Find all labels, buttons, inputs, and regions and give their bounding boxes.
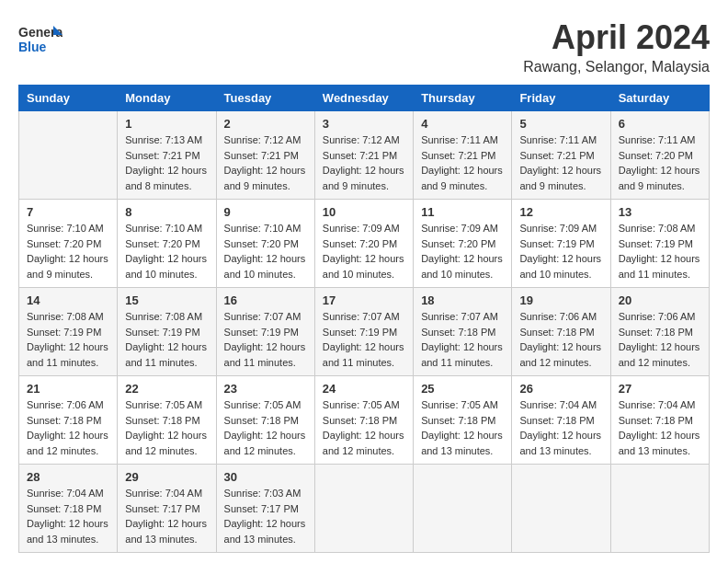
day-number: 10 [323,205,405,219]
location: Rawang, Selangor, Malaysia [523,59,710,75]
day-info: Sunrise: 7:11 AM Sunset: 7:21 PM Dayligh… [519,132,602,193]
calendar-cell [19,111,118,200]
calendar-week-row: 21Sunrise: 7:06 AM Sunset: 7:18 PM Dayli… [19,376,710,465]
day-info: Sunrise: 7:08 AM Sunset: 7:19 PM Dayligh… [619,221,701,282]
calendar-cell: 2Sunrise: 7:12 AM Sunset: 7:21 PM Daylig… [216,111,314,200]
day-number: 7 [27,205,109,219]
day-info: Sunrise: 7:04 AM Sunset: 7:18 PM Dayligh… [27,486,109,546]
day-info: Sunrise: 7:12 AM Sunset: 7:21 PM Dayligh… [323,132,405,193]
day-number: 19 [519,293,602,307]
calendar-cell: 8Sunrise: 7:10 AM Sunset: 7:20 PM Daylig… [118,200,216,288]
calendar-cell: 11Sunrise: 7:09 AM Sunset: 7:20 PM Dayli… [414,200,512,288]
calendar-cell: 16Sunrise: 7:07 AM Sunset: 7:19 PM Dayli… [216,288,314,376]
day-info: Sunrise: 7:10 AM Sunset: 7:20 PM Dayligh… [27,221,109,282]
day-number: 13 [619,205,701,219]
calendar-cell [414,465,512,553]
day-info: Sunrise: 7:05 AM Sunset: 7:18 PM Dayligh… [224,397,307,458]
day-info: Sunrise: 7:06 AM Sunset: 7:18 PM Dayligh… [27,397,109,458]
calendar-cell: 26Sunrise: 7:04 AM Sunset: 7:18 PM Dayli… [512,376,610,465]
calendar-week-row: 7Sunrise: 7:10 AM Sunset: 7:20 PM Daylig… [19,200,710,288]
day-info: Sunrise: 7:04 AM Sunset: 7:18 PM Dayligh… [519,397,602,458]
calendar-cell: 29Sunrise: 7:04 AM Sunset: 7:17 PM Dayli… [118,465,216,553]
calendar-cell: 24Sunrise: 7:05 AM Sunset: 7:18 PM Dayli… [314,376,413,465]
calendar-cell: 19Sunrise: 7:06 AM Sunset: 7:18 PM Dayli… [512,288,610,376]
day-info: Sunrise: 7:13 AM Sunset: 7:21 PM Dayligh… [125,132,208,193]
day-info: Sunrise: 7:07 AM Sunset: 7:18 PM Dayligh… [421,309,504,370]
calendar-cell: 10Sunrise: 7:09 AM Sunset: 7:20 PM Dayli… [314,200,413,288]
calendar-week-row: 14Sunrise: 7:08 AM Sunset: 7:19 PM Dayli… [19,288,710,376]
day-number: 27 [619,382,701,396]
day-number: 22 [125,382,208,396]
column-header-sunday: Sunday [19,86,118,111]
day-info: Sunrise: 7:05 AM Sunset: 7:18 PM Dayligh… [323,397,405,458]
day-info: Sunrise: 7:03 AM Sunset: 7:17 PM Dayligh… [224,486,307,546]
calendar-week-row: 1Sunrise: 7:13 AM Sunset: 7:21 PM Daylig… [19,111,710,200]
calendar-cell: 14Sunrise: 7:08 AM Sunset: 7:19 PM Dayli… [19,288,118,376]
day-info: Sunrise: 7:08 AM Sunset: 7:19 PM Dayligh… [27,309,109,370]
day-number: 25 [421,382,504,396]
calendar-cell: 20Sunrise: 7:06 AM Sunset: 7:18 PM Dayli… [610,288,709,376]
column-header-wednesday: Wednesday [314,86,413,111]
calendar-cell: 15Sunrise: 7:08 AM Sunset: 7:19 PM Dayli… [118,288,216,376]
month-title: April 2024 [523,18,710,57]
day-number: 30 [224,470,307,484]
day-info: Sunrise: 7:09 AM Sunset: 7:20 PM Dayligh… [421,221,504,282]
calendar-cell: 5Sunrise: 7:11 AM Sunset: 7:21 PM Daylig… [512,111,610,200]
day-number: 21 [27,382,109,396]
page-header: General Blue April 2024 Rawang, Selangor… [18,18,710,75]
column-header-friday: Friday [512,86,610,111]
day-number: 1 [125,117,208,131]
calendar-cell: 7Sunrise: 7:10 AM Sunset: 7:20 PM Daylig… [19,200,118,288]
calendar-cell: 27Sunrise: 7:04 AM Sunset: 7:18 PM Dayli… [610,376,709,465]
day-info: Sunrise: 7:07 AM Sunset: 7:19 PM Dayligh… [323,309,405,370]
day-number: 24 [323,382,405,396]
calendar-cell: 9Sunrise: 7:10 AM Sunset: 7:20 PM Daylig… [216,200,314,288]
calendar-cell: 12Sunrise: 7:09 AM Sunset: 7:19 PM Dayli… [512,200,610,288]
day-info: Sunrise: 7:06 AM Sunset: 7:18 PM Dayligh… [619,309,701,370]
day-info: Sunrise: 7:11 AM Sunset: 7:21 PM Dayligh… [421,132,504,193]
calendar-header-row: SundayMondayTuesdayWednesdayThursdayFrid… [19,86,710,111]
day-number: 15 [125,293,208,307]
calendar-cell: 17Sunrise: 7:07 AM Sunset: 7:19 PM Dayli… [314,288,413,376]
day-number: 14 [27,293,109,307]
day-number: 5 [519,117,602,131]
calendar-cell [610,465,709,553]
day-info: Sunrise: 7:08 AM Sunset: 7:19 PM Dayligh… [125,309,208,370]
day-info: Sunrise: 7:06 AM Sunset: 7:18 PM Dayligh… [519,309,602,370]
calendar-cell: 13Sunrise: 7:08 AM Sunset: 7:19 PM Dayli… [610,200,709,288]
day-number: 11 [421,205,504,219]
logo: General Blue [18,18,63,63]
day-info: Sunrise: 7:05 AM Sunset: 7:18 PM Dayligh… [421,397,504,458]
logo-icon: General Blue [18,18,63,63]
day-number: 9 [224,205,307,219]
calendar-cell: 25Sunrise: 7:05 AM Sunset: 7:18 PM Dayli… [414,376,512,465]
day-info: Sunrise: 7:09 AM Sunset: 7:20 PM Dayligh… [323,221,405,282]
day-number: 2 [224,117,307,131]
day-number: 20 [619,293,701,307]
column-header-saturday: Saturday [610,86,709,111]
calendar-cell: 3Sunrise: 7:12 AM Sunset: 7:21 PM Daylig… [314,111,413,200]
day-number: 6 [619,117,701,131]
day-number: 8 [125,205,208,219]
day-info: Sunrise: 7:12 AM Sunset: 7:21 PM Dayligh… [224,132,307,193]
day-info: Sunrise: 7:05 AM Sunset: 7:18 PM Dayligh… [125,397,208,458]
calendar-cell: 1Sunrise: 7:13 AM Sunset: 7:21 PM Daylig… [118,111,216,200]
svg-text:Blue: Blue [18,40,47,54]
calendar-body: 1Sunrise: 7:13 AM Sunset: 7:21 PM Daylig… [19,111,710,553]
day-info: Sunrise: 7:10 AM Sunset: 7:20 PM Dayligh… [224,221,307,282]
day-info: Sunrise: 7:11 AM Sunset: 7:20 PM Dayligh… [619,132,701,193]
day-number: 28 [27,470,109,484]
day-number: 3 [323,117,405,131]
day-number: 23 [224,382,307,396]
calendar-cell [314,465,413,553]
calendar-cell: 4Sunrise: 7:11 AM Sunset: 7:21 PM Daylig… [414,111,512,200]
calendar-cell: 21Sunrise: 7:06 AM Sunset: 7:18 PM Dayli… [19,376,118,465]
day-info: Sunrise: 7:10 AM Sunset: 7:20 PM Dayligh… [125,221,208,282]
day-number: 16 [224,293,307,307]
day-info: Sunrise: 7:04 AM Sunset: 7:17 PM Dayligh… [125,486,208,546]
day-info: Sunrise: 7:07 AM Sunset: 7:19 PM Dayligh… [224,309,307,370]
day-number: 26 [519,382,602,396]
column-header-thursday: Thursday [414,86,512,111]
calendar-cell: 23Sunrise: 7:05 AM Sunset: 7:18 PM Dayli… [216,376,314,465]
calendar-week-row: 28Sunrise: 7:04 AM Sunset: 7:18 PM Dayli… [19,465,710,553]
